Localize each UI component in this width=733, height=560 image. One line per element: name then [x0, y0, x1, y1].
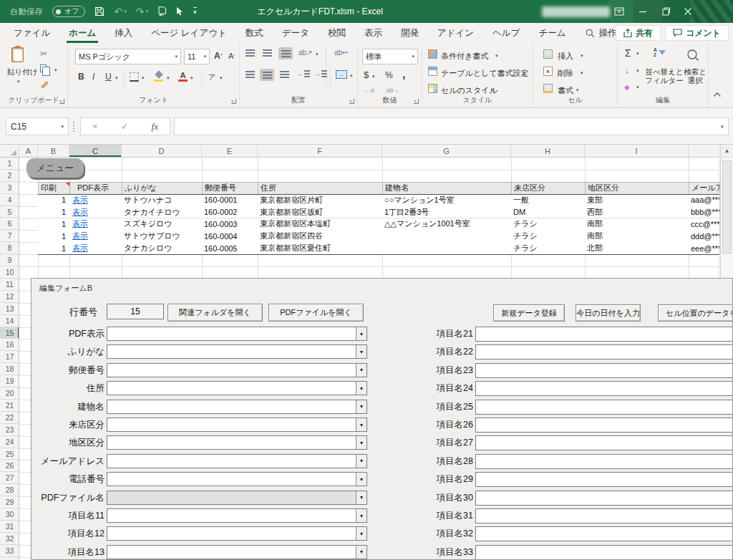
pdf-view-link[interactable]: 表示	[69, 230, 122, 243]
column-header-G[interactable]: G	[382, 145, 511, 157]
number-dialog-launcher-icon[interactable]	[414, 99, 419, 104]
format-as-table-caret-icon[interactable]: ▾	[523, 70, 525, 76]
form-text-item-26[interactable]	[475, 417, 733, 433]
form-text-item-21[interactable]	[475, 327, 733, 342]
row-header-26[interactable]: 26	[0, 460, 19, 473]
save-icon[interactable]	[94, 6, 105, 16]
tab-team[interactable]: チーム	[529, 23, 575, 43]
tab-help[interactable]: ヘルプ	[483, 23, 529, 43]
column-header-A[interactable]: A	[19, 145, 38, 157]
align-middle-icon[interactable]	[263, 49, 272, 57]
row-header-28[interactable]: 28	[0, 484, 19, 496]
row-header-8[interactable]: 8	[0, 242, 19, 254]
increase-indent-icon[interactable]: →	[314, 70, 327, 77]
orientation-dropdown-icon[interactable]: ▾	[316, 52, 319, 57]
percent-icon[interactable]: %	[385, 71, 393, 79]
form-text-item-33[interactable]	[475, 545, 733, 560]
combo-dropdown-icon[interactable]: ▾	[356, 491, 366, 504]
form-text-item-31[interactable]	[475, 508, 733, 523]
align-center-icon[interactable]	[260, 69, 274, 81]
form-combo-item-13[interactable]: ▾	[107, 545, 367, 559]
collapse-ribbon-icon[interactable]	[713, 92, 722, 97]
sort-filter-button[interactable]: 並べ替えと フィルター	[644, 67, 685, 85]
number-format-combo[interactable]: 標準▾	[362, 49, 418, 64]
get-cell-position-data-button[interactable]: セル位置のデータを取	[658, 304, 733, 322]
vertical-scrollbar[interactable]: ▲	[720, 145, 733, 278]
form-combo-building[interactable]: ▾	[107, 400, 367, 414]
row-header-13[interactable]: 13	[0, 303, 19, 315]
row-header-23[interactable]: 23	[0, 424, 19, 436]
combo-dropdown-icon[interactable]: ▾	[356, 473, 366, 486]
autosum-caret-icon[interactable]: ▾	[636, 51, 639, 57]
combo-dropdown-icon[interactable]: ▾	[356, 364, 366, 377]
tab-view[interactable]: 表示	[355, 23, 392, 43]
delete-cells-caret-icon[interactable]: ▾	[581, 70, 583, 76]
print-preview-icon[interactable]	[157, 6, 167, 16]
tab-page-layout[interactable]: ページ レイアウト	[142, 23, 236, 43]
grow-font-icon[interactable]: Aˆ	[214, 51, 222, 61]
form-combo-pdf-filename[interactable]: ▾	[107, 491, 367, 505]
form-combo-pdf-view[interactable]: ▾	[107, 327, 367, 341]
paste-dropdown-icon[interactable]: ▾	[17, 79, 20, 85]
row-header-6[interactable]: 6	[0, 218, 19, 231]
row-header-3[interactable]: 3	[0, 182, 19, 194]
align-right-icon[interactable]	[280, 71, 289, 78]
format-cells-button[interactable]: 書式	[558, 85, 573, 96]
clear-caret-icon[interactable]: ▾	[636, 85, 639, 90]
column-header-C[interactable]: C	[69, 145, 122, 157]
clipboard-dialog-launcher-icon[interactable]	[59, 99, 64, 104]
row-header-9[interactable]: 9	[0, 254, 19, 266]
copy-dropdown-icon[interactable]: ▾	[54, 67, 57, 73]
form-combo-address[interactable]: ▾	[107, 381, 367, 395]
row-header-15[interactable]: 15	[0, 327, 19, 339]
form-text-item-24[interactable]	[475, 381, 733, 396]
row-header-21[interactable]: 21	[0, 400, 19, 412]
row-number-field[interactable]: 15	[107, 304, 164, 319]
form-text-item-30[interactable]	[475, 491, 733, 506]
confirm-entry-icon[interactable]: ✓	[121, 121, 129, 132]
cursor-icon[interactable]	[176, 7, 184, 16]
underline-dropdown-icon[interactable]: ▾	[115, 75, 118, 81]
column-header-partial[interactable]	[689, 145, 719, 157]
format-as-table-button[interactable]: テーブルとして書式設定	[441, 68, 529, 79]
combo-dropdown-icon[interactable]: ▾	[356, 455, 366, 468]
row-header-31[interactable]: 31	[0, 521, 19, 533]
find-select-button[interactable]: 検索と 選択	[684, 67, 707, 85]
column-header-F[interactable]: F	[258, 145, 382, 157]
increase-decimal-icon[interactable]: ←.0	[364, 87, 374, 94]
form-combo-zip-code[interactable]: ▾	[107, 363, 367, 377]
tab-developer[interactable]: 開発	[392, 23, 428, 43]
restore-icon[interactable]	[656, 0, 677, 23]
form-combo-email[interactable]: ▾	[107, 454, 367, 468]
combo-dropdown-icon[interactable]: ▾	[356, 436, 366, 449]
row-header-22[interactable]: 22	[0, 412, 19, 424]
format-cells-caret-icon[interactable]: ▾	[576, 87, 579, 93]
tab-formulas[interactable]: 数式	[236, 23, 273, 43]
alignment-dialog-launcher-icon[interactable]	[349, 99, 354, 104]
row-header-24[interactable]: 24	[0, 436, 19, 448]
align-top-icon[interactable]	[246, 49, 255, 57]
borders-icon[interactable]	[130, 72, 139, 82]
tab-add-ins[interactable]: アドイン	[428, 23, 483, 43]
borders-dropdown-icon[interactable]: ▾	[142, 75, 145, 81]
format-painter-icon[interactable]	[40, 80, 49, 90]
row-header-18[interactable]: 18	[0, 363, 19, 375]
fill-color-icon[interactable]	[154, 72, 164, 82]
row-header-19[interactable]: 19	[0, 375, 19, 387]
row-header-16[interactable]: 16	[0, 339, 19, 352]
row-header-7[interactable]: 7	[0, 230, 19, 242]
select-all-corner[interactable]	[0, 145, 19, 157]
combo-dropdown-icon[interactable]: ▾	[356, 327, 366, 340]
font-name-combo[interactable]: MS Pゴシック▾	[75, 49, 181, 64]
column-header-B[interactable]: B	[38, 145, 69, 157]
fill-icon[interactable]: ↓	[625, 66, 629, 74]
column-header-I[interactable]: I	[585, 145, 689, 157]
decrease-decimal-icon[interactable]: .00→	[385, 87, 399, 94]
row-header-32[interactable]: 32	[0, 533, 19, 545]
tab-file[interactable]: ファイル	[4, 23, 59, 43]
combo-dropdown-icon[interactable]: ▾	[356, 509, 366, 522]
merge-dropdown-icon[interactable]: ▾	[350, 73, 353, 79]
ribbon-display-options-icon[interactable]	[608, 0, 630, 23]
undo-icon[interactable]: ↶▾	[114, 6, 126, 16]
form-text-item-28[interactable]	[475, 454, 733, 469]
